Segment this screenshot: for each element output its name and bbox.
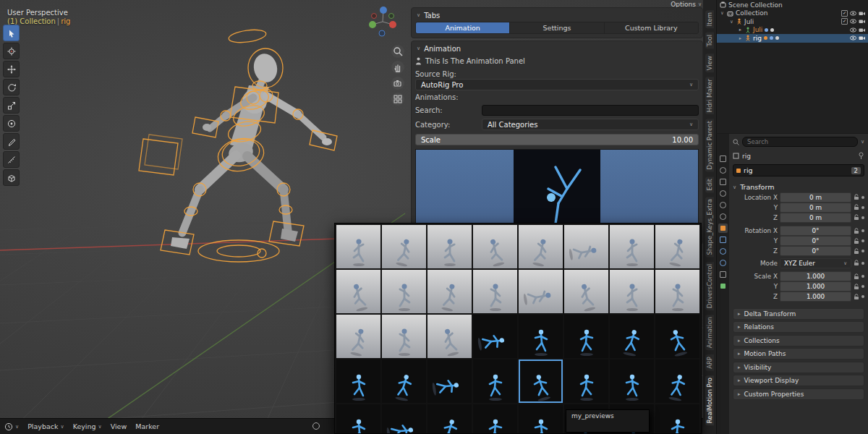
camera-view-button[interactable] bbox=[391, 77, 404, 90]
animation-thumbnail[interactable] bbox=[473, 359, 517, 403]
animation-thumbnail[interactable] bbox=[382, 270, 426, 313]
animation-thumbnail[interactable] bbox=[655, 404, 699, 434]
tool-properties-tab[interactable] bbox=[718, 154, 728, 163]
animation-thumbnail[interactable] bbox=[336, 225, 380, 268]
timeline-menu[interactable]: View ∨ bbox=[111, 422, 127, 430]
add-cube-tool[interactable] bbox=[3, 169, 20, 186]
outliner-row-rig[interactable]: ▸ rig bbox=[717, 34, 868, 43]
animation-thumbnail[interactable] bbox=[519, 404, 563, 434]
lock-icon[interactable] bbox=[854, 228, 859, 234]
addon-tab[interactable]: Settings bbox=[510, 22, 604, 33]
scale-tool[interactable] bbox=[3, 97, 20, 114]
animation-thumbnail[interactable] bbox=[655, 359, 699, 403]
checkbox-icon[interactable]: ✓ bbox=[841, 18, 848, 25]
animation-thumbnail[interactable] bbox=[564, 359, 608, 403]
properties-section-header[interactable]: ▸ Collections bbox=[733, 335, 864, 346]
animation-thumbnail[interactable] bbox=[473, 315, 517, 358]
scale-slider[interactable]: Scale 10.00 bbox=[415, 134, 699, 145]
outliner-row-juli-object[interactable]: ∨ Juli ✓ bbox=[717, 17, 868, 26]
properties-section-header[interactable]: ▸ Relations bbox=[733, 321, 864, 333]
properties-section-header[interactable]: ▸ Motion Paths bbox=[733, 348, 864, 359]
transform-value-field[interactable]: 1.000 ∨ bbox=[780, 281, 851, 292]
animation-thumbnail[interactable] bbox=[519, 315, 563, 358]
animation-thumbnail[interactable] bbox=[336, 270, 380, 313]
animation-thumbnail[interactable] bbox=[427, 359, 472, 403]
pin-button[interactable] bbox=[858, 152, 864, 160]
animation-thumbnail[interactable] bbox=[427, 404, 472, 434]
sidebar-tab[interactable]: RealMotion Pro bbox=[705, 375, 714, 425]
animate-dot-icon[interactable] bbox=[861, 239, 864, 242]
outliner-row-collection[interactable]: ∨ Collection ✓ bbox=[717, 9, 868, 18]
animation-thumbnail[interactable] bbox=[336, 315, 380, 358]
lock-icon[interactable] bbox=[854, 248, 859, 255]
animation-thumbnail[interactable] bbox=[382, 225, 426, 268]
animation-thumbnail[interactable] bbox=[336, 359, 380, 403]
constraints-properties-tab[interactable] bbox=[718, 270, 728, 279]
eye-icon[interactable] bbox=[850, 19, 856, 24]
lock-icon[interactable] bbox=[854, 273, 859, 280]
lock-icon[interactable] bbox=[854, 260, 859, 266]
animation-thumbnail[interactable] bbox=[519, 359, 563, 403]
animation-thumbnail[interactable] bbox=[473, 404, 517, 434]
properties-section-header[interactable]: ▸ Custom Properties bbox=[733, 388, 864, 400]
transform-value-field[interactable]: 0° ∨ bbox=[780, 226, 851, 236]
category-dropdown[interactable]: All Categories ∨ bbox=[482, 119, 699, 130]
properties-search-input[interactable] bbox=[742, 137, 858, 147]
animate-dot-icon[interactable] bbox=[861, 295, 864, 298]
view-layer-properties-tab[interactable] bbox=[718, 189, 728, 198]
lock-icon[interactable] bbox=[854, 284, 859, 290]
outliner-scene-row[interactable]: Scene Collection bbox=[717, 1, 868, 9]
sidebar-tab[interactable]: Dynamic Parent bbox=[705, 119, 714, 171]
users-count-badge[interactable]: 2 bbox=[851, 167, 861, 174]
sidebar-tab[interactable]: Shape_Keys_Extra bbox=[705, 197, 714, 257]
cursor-tool[interactable] bbox=[3, 43, 20, 59]
animation-thumbnail[interactable] bbox=[519, 225, 563, 268]
animate-dot-icon[interactable] bbox=[861, 275, 864, 278]
animate-dot-icon[interactable] bbox=[861, 285, 864, 288]
animation-thumbnail[interactable] bbox=[564, 225, 608, 268]
object-name-field[interactable]: rig 2 bbox=[733, 164, 864, 176]
animation-thumbnail[interactable] bbox=[610, 359, 654, 403]
animation-section-header[interactable]: ∨ Animation bbox=[415, 43, 699, 54]
world-properties-tab[interactable] bbox=[718, 212, 728, 221]
move-tool[interactable] bbox=[3, 61, 20, 77]
render-properties-tab[interactable] bbox=[718, 166, 728, 175]
eye-icon[interactable] bbox=[850, 35, 856, 41]
expand-caret-icon[interactable]: ∨ bbox=[729, 19, 734, 25]
expand-caret-icon[interactable]: ▸ bbox=[738, 35, 743, 41]
animation-thumbnail[interactable] bbox=[610, 315, 654, 358]
animation-thumbnail[interactable] bbox=[610, 225, 654, 268]
expand-caret-icon[interactable]: ▸ bbox=[738, 27, 743, 33]
lock-icon[interactable] bbox=[854, 294, 859, 300]
animation-thumbnail[interactable] bbox=[564, 270, 608, 313]
editor-type-button[interactable]: ∨ bbox=[4, 422, 19, 431]
auto-key-toggle[interactable] bbox=[312, 422, 320, 430]
annotate-tool[interactable] bbox=[3, 133, 20, 150]
scene-properties-tab[interactable] bbox=[718, 200, 728, 210]
particles-properties-tab[interactable] bbox=[718, 247, 728, 256]
lock-icon[interactable] bbox=[854, 238, 859, 244]
checkbox-icon[interactable]: ✓ bbox=[841, 10, 848, 17]
physics-properties-tab[interactable] bbox=[718, 258, 728, 268]
transform-tool[interactable] bbox=[3, 115, 20, 132]
transform-value-field[interactable]: 1.000 ∨ bbox=[780, 292, 851, 302]
transform-value-field[interactable]: 0 m ∨ bbox=[780, 213, 851, 223]
ortho-toggle-button[interactable] bbox=[391, 93, 404, 106]
animation-thumbnail[interactable] bbox=[655, 225, 699, 268]
lock-icon[interactable] bbox=[854, 204, 859, 210]
filter-chevron-icon[interactable]: ∨ bbox=[861, 139, 864, 145]
transform-section-header[interactable]: ∨ Transform bbox=[733, 182, 864, 192]
outliner-row-juli-data[interactable]: ▸ Juli bbox=[717, 26, 868, 35]
lock-icon[interactable] bbox=[854, 214, 859, 221]
sidebar-tab[interactable]: DriversControl bbox=[705, 262, 714, 310]
sidebar-tab[interactable]: Edit bbox=[705, 176, 714, 192]
source-rig-dropdown[interactable]: AutoRig Pro ∨ bbox=[415, 79, 699, 90]
animation-search-input[interactable] bbox=[482, 105, 699, 116]
animation-thumbnail[interactable] bbox=[336, 404, 380, 434]
transform-value-field[interactable]: 1.000 ∨ bbox=[780, 271, 851, 281]
transform-value-field[interactable]: 0° ∨ bbox=[780, 236, 851, 246]
animation-thumbnail[interactable] bbox=[473, 225, 517, 268]
animation-thumbnail[interactable] bbox=[427, 315, 472, 358]
transform-value-field[interactable]: 0 m ∨ bbox=[780, 192, 851, 203]
camera-visibility-icon[interactable] bbox=[859, 19, 865, 24]
